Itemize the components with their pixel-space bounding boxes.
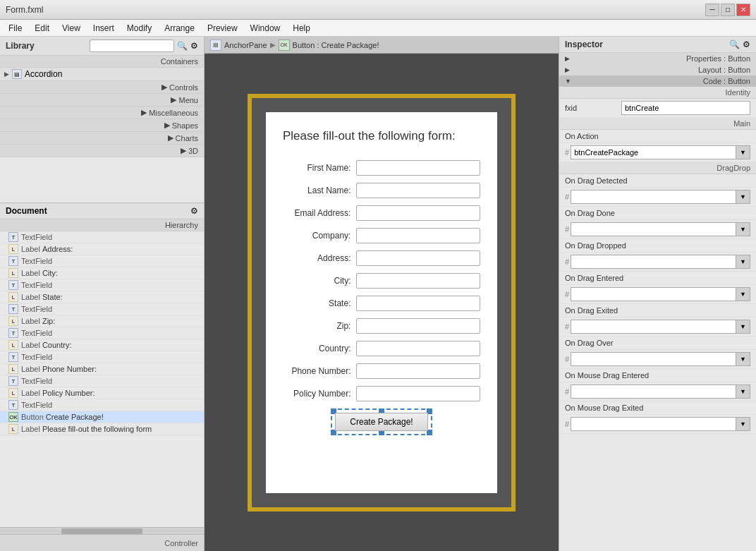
close-button[interactable]: ✕: [736, 4, 750, 16]
input-email[interactable]: [356, 205, 480, 221]
menu-window[interactable]: Window: [245, 22, 286, 35]
library-row-accordion[interactable]: ▶ ▤ Accordion: [0, 68, 204, 81]
scrollbar-thumb[interactable]: [61, 528, 143, 534]
section-menu[interactable]: ▶ Menu: [0, 94, 204, 107]
textfield-icon-6: T: [8, 352, 18, 362]
on-action-dropdown-arrow[interactable]: ▼: [736, 145, 750, 159]
form-row-phone: Phone Number:: [283, 363, 480, 379]
input-country[interactable]: [356, 341, 480, 356]
on-drag-exited-label: On Drag Exited: [565, 306, 618, 315]
settings-icon[interactable]: ⚙: [190, 41, 198, 51]
horizontal-scrollbar[interactable]: [0, 527, 204, 534]
hierarchy-item[interactable]: T TextField: [0, 351, 204, 363]
maximize-button[interactable]: □: [721, 4, 735, 16]
label-icon-3: L: [8, 292, 18, 302]
hierarchy-item[interactable]: OK Button Create Package!: [0, 411, 204, 423]
mouse-drag-exited-value[interactable]: [571, 417, 736, 431]
drag-entered-value[interactable]: [571, 287, 736, 301]
inspector-section-code[interactable]: ▼ Code : Button: [559, 75, 756, 87]
document-settings-icon[interactable]: ⚙: [190, 206, 198, 216]
hierarchy-item[interactable]: T TextField: [0, 255, 204, 267]
on-drag-detected-label-row: On Drag Detected: [559, 174, 756, 188]
hierarchy-item[interactable]: T TextField: [0, 327, 204, 339]
inspector-section-properties[interactable]: ▶ Properties : Button: [559, 53, 756, 64]
menu-help[interactable]: Help: [287, 22, 316, 35]
hierarchy-item[interactable]: T TextField: [0, 399, 204, 411]
drag-done-arrow[interactable]: ▼: [736, 222, 750, 236]
section-3d[interactable]: ▶ 3D: [0, 145, 204, 157]
menu-preview[interactable]: Preview: [202, 22, 243, 35]
textfield-icon-5: T: [8, 328, 18, 338]
hierarchy-item[interactable]: L Label Phone Number:: [0, 363, 204, 375]
drag-dropped-arrow[interactable]: ▼: [736, 255, 750, 269]
menu-edit[interactable]: Edit: [29, 22, 55, 35]
textfield-icon-3: T: [8, 280, 18, 290]
canvas-area: Please fill-out the following form: Firs…: [205, 54, 559, 551]
mouse-drag-entered-arrow[interactable]: ▼: [736, 385, 750, 399]
inspector-search-icon[interactable]: 🔍: [729, 40, 740, 49]
drag-detected-value[interactable]: [571, 190, 736, 204]
mouse-drag-entered-value[interactable]: [571, 385, 736, 399]
minimize-button[interactable]: ─: [705, 4, 719, 16]
on-drag-dropped-row: # ▼: [559, 253, 756, 272]
section-charts[interactable]: ▶ Charts: [0, 132, 204, 145]
hierarchy-item[interactable]: T TextField: [0, 303, 204, 315]
input-zip[interactable]: [356, 318, 480, 334]
on-action-dropdown: btnCreatePackage ▼: [571, 145, 750, 159]
drag-exited-value[interactable]: [571, 320, 736, 334]
section-controls[interactable]: ▶ Controls: [0, 81, 204, 94]
hierarchy-item[interactable]: L Label City:: [0, 267, 204, 279]
label-zip: Zip:: [283, 321, 356, 331]
mouse-drag-exited-arrow[interactable]: ▼: [736, 417, 750, 431]
hierarchy-item[interactable]: L Label Zip:: [0, 315, 204, 327]
hierarchy-item[interactable]: L Label Policy Number:: [0, 387, 204, 399]
hierarchy-item[interactable]: T TextField: [0, 231, 204, 243]
input-lastname[interactable]: [356, 183, 480, 198]
inspector-settings-icon[interactable]: ⚙: [743, 40, 750, 49]
drag-exited-arrow[interactable]: ▼: [736, 320, 750, 334]
input-phone[interactable]: [356, 363, 480, 379]
hierarchy-item[interactable]: T TextField: [0, 279, 204, 291]
document-section: Document ⚙ Hierarchy T TextField L Label…: [0, 202, 204, 534]
hierarchy-item[interactable]: L Label Country:: [0, 339, 204, 351]
section-misc[interactable]: ▶ Miscellaneous: [0, 107, 204, 119]
input-policy[interactable]: [356, 386, 480, 401]
input-state[interactable]: [356, 296, 480, 311]
on-action-value[interactable]: btnCreatePackage: [571, 145, 736, 159]
drag-over-arrow[interactable]: ▼: [736, 352, 750, 366]
label-company: Company:: [283, 231, 356, 241]
library-search-input[interactable]: [90, 40, 174, 52]
menu-arrange[interactable]: Arrange: [159, 22, 200, 35]
section-shapes[interactable]: ▶ Shapes: [0, 119, 204, 132]
drag-detected-arrow[interactable]: ▼: [736, 190, 750, 204]
menu-modify[interactable]: Modify: [121, 22, 157, 35]
hierarchy-item[interactable]: L Label State:: [0, 291, 204, 303]
drag-over-value[interactable]: [571, 352, 736, 366]
drag-done-value[interactable]: [571, 222, 736, 236]
fxid-input[interactable]: [625, 104, 747, 112]
inspector-title: Inspector: [565, 40, 603, 49]
on-mouse-drag-entered-label: On Mouse Drag Entered: [565, 371, 649, 380]
create-package-button[interactable]: Create Package!: [335, 413, 427, 431]
breadcrumb-button[interactable]: OK Button : Create Package!: [279, 40, 379, 51]
hash-drag-dropped: #: [565, 258, 569, 266]
inspector-section-layout[interactable]: ▶ Layout : Button: [559, 64, 756, 75]
drag-dropped-value[interactable]: [571, 255, 736, 269]
hierarchy-item[interactable]: L Label Address:: [0, 243, 204, 255]
input-city[interactable]: [356, 273, 480, 289]
hierarchy-item[interactable]: T TextField: [0, 375, 204, 387]
menu-insert[interactable]: Insert: [87, 22, 120, 35]
input-company[interactable]: [356, 228, 480, 243]
breadcrumb-anchorpane[interactable]: ▤ AnchorPane: [210, 40, 267, 51]
menu-view[interactable]: View: [56, 22, 86, 35]
menu-file[interactable]: File: [3, 22, 28, 35]
hierarchy-items: T TextField L Label Address: T TextField…: [0, 231, 204, 527]
search-icon[interactable]: 🔍: [177, 41, 188, 51]
hierarchy-item[interactable]: L Label Please fill-out the following fo…: [0, 423, 204, 435]
input-firstname[interactable]: [356, 160, 480, 176]
drag-entered-arrow[interactable]: ▼: [736, 287, 750, 301]
input-address[interactable]: [356, 250, 480, 266]
label-state: State:: [283, 298, 356, 308]
controller-label: Controller: [164, 539, 198, 547]
fxid-value[interactable]: [621, 101, 750, 115]
